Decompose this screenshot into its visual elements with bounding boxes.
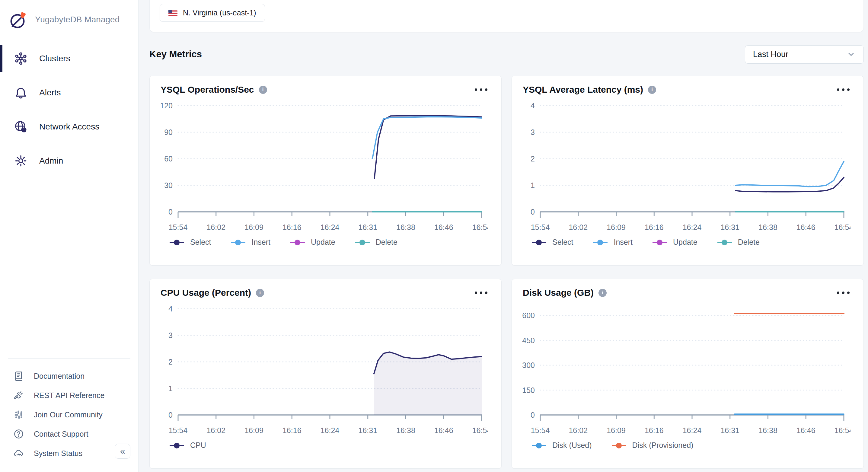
chart-card-ysql-operations: YSQL Operations/Sec i 030609012015:5416:… (149, 76, 502, 265)
cluster-header-card: N. Virginia (us-east-1) (149, 0, 864, 32)
region-chip[interactable]: N. Virginia (us-east-1) (160, 4, 265, 22)
legend-marker-icon (355, 239, 370, 245)
svg-text:120: 120 (160, 101, 173, 110)
legend-item-delete[interactable]: Delete (355, 238, 398, 247)
legend-item-insert[interactable]: Insert (593, 238, 632, 247)
legend-marker-icon (593, 239, 608, 245)
chevron-down-icon (846, 50, 856, 59)
chart-card-cpu-usage: CPU Usage (Percent) i 0123415:5416:0216:… (149, 279, 502, 469)
legend-item-cpu[interactable]: CPU (169, 441, 206, 450)
legend-marker-icon (717, 239, 732, 245)
svg-text:16:09: 16:09 (245, 426, 264, 435)
legend-item-insert[interactable]: Insert (231, 238, 271, 247)
svg-text:16:02: 16:02 (207, 426, 225, 435)
metrics-toolbar: Key Metrics Last Hour (149, 45, 864, 64)
yugabytedb-logo-icon (8, 10, 28, 29)
chart-menu-button[interactable] (835, 87, 851, 93)
svg-text:90: 90 (164, 128, 173, 136)
legend-item-update[interactable]: Update (652, 238, 698, 247)
legend-item-delete[interactable]: Delete (717, 238, 760, 247)
info-icon[interactable]: i (648, 86, 656, 94)
svg-text:16:02: 16:02 (568, 426, 588, 435)
info-icon[interactable]: i (256, 289, 264, 297)
svg-text:16:24: 16:24 (683, 426, 702, 435)
chart-area: 015030045060015:5416:0216:0916:1616:2416… (512, 299, 864, 440)
legend-item-update[interactable]: Update (290, 238, 335, 247)
svg-text:30: 30 (164, 181, 173, 190)
legend-item-disk-used[interactable]: Disk (Used) (532, 441, 592, 450)
sidebar-item-clusters[interactable]: Clusters (0, 45, 138, 72)
sidebar-collapse-button[interactable]: « (115, 444, 130, 459)
svg-text:600: 600 (522, 311, 535, 320)
legend-marker-icon (532, 442, 546, 448)
divider (8, 358, 130, 358)
legend-item-select[interactable]: Select (532, 238, 573, 247)
svg-text:16:38: 16:38 (758, 426, 777, 435)
legend-marker-icon (169, 442, 184, 448)
svg-text:3: 3 (531, 128, 535, 136)
info-icon[interactable]: i (598, 289, 607, 297)
brand-name: YugabyteDB Managed (35, 15, 120, 25)
svg-text:3: 3 (168, 331, 173, 340)
footer-item-label: System Status (34, 449, 83, 458)
metrics-grid: YSQL Operations/Sec i 030609012015:5416:… (149, 76, 864, 469)
brand[interactable]: YugabyteDB Managed (0, 0, 138, 33)
svg-text:16:31: 16:31 (720, 426, 739, 435)
svg-text:2: 2 (168, 357, 173, 366)
collapse-chevrons-icon: « (120, 446, 125, 456)
clusters-icon (14, 52, 28, 65)
svg-text:1: 1 (531, 181, 535, 190)
gear-icon (14, 154, 28, 168)
svg-text:15:54: 15:54 (169, 223, 188, 231)
svg-text:15:54: 15:54 (531, 223, 550, 231)
book-icon (13, 371, 24, 381)
legend-marker-icon (169, 239, 184, 245)
svg-text:16:54: 16:54 (472, 426, 488, 435)
svg-text:4: 4 (531, 101, 535, 110)
legend-item-disk-provisioned[interactable]: Disk (Provisioned) (612, 441, 693, 450)
chart-menu-button[interactable] (835, 290, 851, 296)
svg-text:450: 450 (522, 336, 535, 345)
svg-text:16:38: 16:38 (396, 223, 415, 231)
svg-text:300: 300 (522, 361, 535, 369)
sidebar-item-network-access[interactable]: Network Access (0, 113, 138, 140)
svg-text:16:16: 16:16 (282, 223, 302, 231)
svg-text:16:54: 16:54 (835, 223, 850, 231)
sidebar-item-label: Clusters (39, 54, 70, 63)
svg-text:16:16: 16:16 (645, 426, 664, 435)
svg-text:16:24: 16:24 (320, 426, 340, 435)
svg-text:0: 0 (531, 411, 535, 419)
footer-item-label: Join Our Community (34, 410, 103, 419)
legend-item-select[interactable]: Select (169, 238, 211, 247)
sidebar-item-rest-api-reference[interactable]: REST API Reference (0, 386, 138, 405)
svg-text:16:31: 16:31 (720, 223, 739, 231)
sidebar-item-label: Network Access (39, 122, 99, 132)
time-range-select[interactable]: Last Hour (745, 45, 864, 64)
region-chip-label: N. Virginia (us-east-1) (183, 8, 256, 17)
footer-item-label: Documentation (34, 372, 85, 381)
svg-text:16:02: 16:02 (207, 223, 225, 231)
svg-text:150: 150 (522, 386, 535, 395)
svg-text:16:46: 16:46 (797, 223, 815, 231)
svg-text:0: 0 (168, 208, 173, 216)
chart-legend: Select Insert Update Delete (150, 238, 501, 247)
svg-text:16:09: 16:09 (245, 223, 264, 231)
chart-menu-button[interactable] (473, 87, 489, 93)
chart-legend: Select Insert Update Delete (512, 238, 864, 247)
footer-item-label: Contact Support (34, 430, 88, 439)
svg-text:16:24: 16:24 (320, 223, 340, 231)
info-icon[interactable]: i (259, 86, 267, 94)
page-title: Key Metrics (149, 49, 202, 60)
sidebar-item-admin[interactable]: Admin (0, 147, 138, 175)
legend-marker-icon (652, 239, 667, 245)
sidebar-item-join-our-community[interactable]: Join Our Community (0, 405, 138, 424)
svg-text:16:38: 16:38 (396, 426, 415, 435)
legend-marker-icon (532, 239, 546, 245)
main-content: N. Virginia (us-east-1) Key Metrics Last… (138, 0, 868, 472)
sidebar-item-documentation[interactable]: Documentation (0, 366, 138, 386)
sidebar-item-alerts[interactable]: Alerts (0, 79, 138, 106)
svg-text:16:16: 16:16 (282, 426, 302, 435)
sidebar-item-contact-support[interactable]: Contact Support (0, 424, 138, 444)
chart-legend: Disk (Used) Disk (Provisioned) (512, 441, 864, 450)
chart-menu-button[interactable] (473, 290, 489, 296)
